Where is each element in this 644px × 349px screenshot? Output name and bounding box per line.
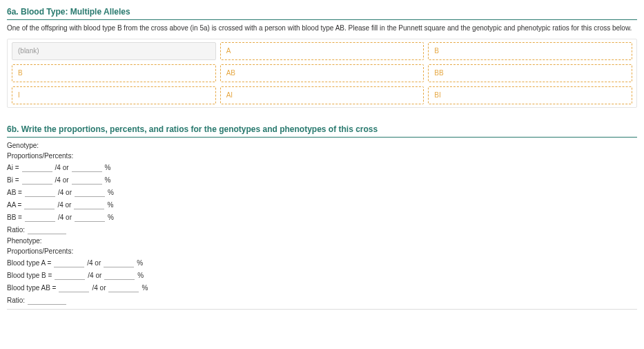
phenotype-mid: /4 or [92,284,106,292]
genotype-end: % [107,201,113,209]
punnett-col-header[interactable]: B [428,42,632,60]
genotype-line: Ai = /4 or % [7,162,637,172]
genotype-ratio-line: Ratio: [7,225,637,234]
genotype-numerator-input[interactable] [25,212,55,222]
phenotype-line: Blood type AB = /4 or % [7,283,637,292]
genotype-percent-input[interactable] [75,187,105,197]
genotype-percent-input[interactable] [72,175,102,185]
genotype-mid: /4 or [58,189,72,196]
phenotype-end: % [142,284,148,292]
punnett-row: I AI BI [9,86,635,104]
genotype-numerator-input[interactable] [24,200,55,209]
genotype-numerator-input[interactable] [25,187,55,197]
phenotype-label: Blood type A = [7,259,51,267]
genotype-ratio-input[interactable] [28,225,66,234]
section-6a-instruction: One of the offspring with blood type B f… [7,24,637,32]
phenotype-subheading: Proportions/Percents: [7,247,637,255]
phenotype-mid: /4 or [87,259,101,267]
genotype-label: BB = [7,214,22,221]
punnett-cell[interactable]: BB [428,64,632,82]
genotype-mid: /4 or [57,201,71,209]
phenotype-end: % [137,272,144,279]
phenotype-percent-input[interactable] [104,270,135,280]
phenotype-label: Blood type B = [7,272,52,279]
phenotype-numerator-input[interactable] [54,258,84,267]
genotype-percent-input[interactable] [74,200,104,209]
genotype-ratio-label: Ratio: [7,226,25,234]
phenotype-percent-input[interactable] [108,283,139,292]
punnett-row-header[interactable]: B [12,64,216,82]
genotype-end: % [108,214,114,221]
phenotype-ratio-input[interactable] [28,295,66,305]
genotype-label: AA = [7,201,21,209]
phenotype-ratio-line: Ratio: [7,295,637,305]
punnett-header-row: (blank) A B [9,42,635,60]
genotype-label: Ai = [7,164,19,171]
punnett-corner-blank[interactable]: (blank) [12,42,216,60]
punnett-row-header[interactable]: I [12,86,216,104]
genotype-heading: Genotype: [7,142,637,149]
genotype-line: Bi = /4 or % [7,175,637,185]
phenotype-mid: /4 or [88,272,101,279]
genotype-label: Bi = [7,176,19,184]
section-6a-title: 6a. Blood Type: Multiple Alleles [7,7,637,20]
punnett-cell[interactable]: AI [220,86,425,104]
genotype-percent-input[interactable] [72,162,102,172]
genotype-mid: /4 or [55,176,69,184]
genotype-end: % [105,176,111,184]
genotype-numerator-input[interactable] [22,175,52,185]
genotype-line: AB = /4 or % [7,187,637,197]
genotype-line: AA = /4 or % [7,200,637,209]
phenotype-percent-input[interactable] [104,258,134,267]
genotype-mid: /4 or [55,164,69,171]
phenotype-line: Blood type B = /4 or % [7,270,637,280]
genotype-label: AB = [7,189,22,196]
phenotype-numerator-input[interactable] [59,283,89,292]
genotype-percent-input[interactable] [75,212,105,222]
genotype-numerator-input[interactable] [22,162,52,172]
punnett-square: (blank) A B B AB BB I AI BI [7,39,637,108]
punnett-row: B AB BB [9,64,635,82]
section-6b-title: 6b. Write the proportions, percents, and… [7,124,637,138]
phenotype-ratio-label: Ratio: [7,296,25,304]
bottom-divider [7,309,637,310]
phenotype-label: Blood type AB = [7,284,56,292]
punnett-cell[interactable]: BI [428,86,632,104]
genotype-mid: /4 or [58,214,72,221]
phenotype-heading: Phenotype: [7,237,637,245]
phenotype-line: Blood type A = /4 or % [7,258,637,267]
genotype-subheading: Proportions/Percents: [7,152,637,160]
punnett-cell[interactable]: AB [220,64,425,82]
genotype-end: % [105,164,111,171]
genotype-line: BB = /4 or % [7,212,637,222]
phenotype-end: % [137,259,143,267]
phenotype-numerator-input[interactable] [55,270,85,280]
genotype-end: % [108,189,114,196]
punnett-col-header[interactable]: A [220,42,425,60]
